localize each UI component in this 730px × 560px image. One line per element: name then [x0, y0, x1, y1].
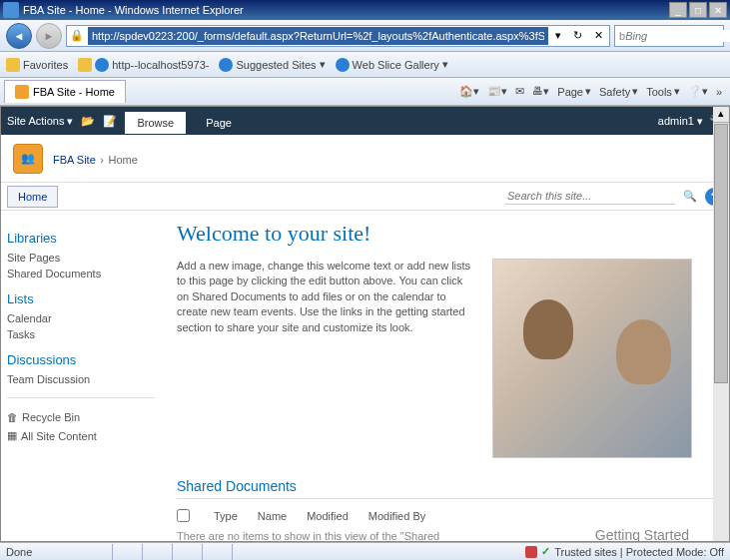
- security-shield-icon[interactable]: [525, 546, 537, 558]
- fav-link-3-label: Web Slice Gallery: [353, 59, 439, 71]
- main-body: Libraries Site Pages Shared Documents Li…: [1, 211, 729, 541]
- ie-app-icon: [3, 2, 19, 18]
- nav-all-site-content[interactable]: ▦ All Site Content: [7, 426, 155, 445]
- scroll-thumb[interactable]: [714, 124, 728, 383]
- empty-list-message: There are no items to show in this view …: [177, 526, 466, 542]
- recycle-icon: 🗑: [7, 411, 18, 423]
- home-cmd-button[interactable]: 🏠▾: [459, 85, 479, 98]
- browser-tab[interactable]: FBA Site - Home: [4, 80, 126, 103]
- navigate-up-button[interactable]: 📂: [81, 115, 95, 128]
- intro-text: Add a new image, change this welcome tex…: [177, 259, 476, 458]
- site-title-link[interactable]: FBA Site: [53, 154, 96, 166]
- browser-search-input[interactable]: [625, 30, 730, 42]
- nav-link-shared-documents[interactable]: Shared Documents: [7, 266, 155, 281]
- command-bar: 🏠▾ 📰▾ ✉ 🖶▾ Page ▾ Safety ▾ Tools ▾ ❔▾ »: [459, 85, 730, 98]
- status-cell: [142, 544, 172, 560]
- status-bar: Done ✓ Trusted sites | Protected Mode: O…: [0, 542, 730, 560]
- user-menu[interactable]: admin1 ▾: [658, 115, 703, 128]
- address-dropdown[interactable]: ▾: [549, 29, 567, 42]
- status-cell: [172, 544, 202, 560]
- browser-search-box[interactable]: b 🔍: [614, 25, 724, 47]
- favorites-button[interactable]: Favorites: [6, 58, 68, 72]
- hero-image: [492, 259, 692, 458]
- status-text: Done: [6, 546, 32, 558]
- status-cell: [202, 544, 232, 560]
- topnav-home[interactable]: Home: [7, 186, 58, 208]
- ie-icon: [95, 58, 109, 72]
- status-cell: [232, 544, 262, 560]
- browser-tab-row: FBA Site - Home 🏠▾ 📰▾ ✉ 🖶▾ Page ▾ Safety…: [0, 78, 730, 106]
- close-button[interactable]: ✕: [709, 2, 727, 18]
- fav-link-2[interactable]: Suggested Sites ▾: [219, 58, 325, 72]
- star-icon: [6, 58, 20, 72]
- getting-started-heading: Getting Started: [595, 527, 689, 542]
- forward-button[interactable]: ►: [36, 23, 62, 49]
- nav-link-site-pages[interactable]: Site Pages: [7, 250, 155, 266]
- col-name[interactable]: Name: [258, 510, 287, 522]
- page-icon: [15, 85, 29, 99]
- nav-all-content-label: All Site Content: [21, 430, 97, 442]
- fav-link-1-label: http--localhost5973-: [112, 59, 209, 71]
- fav-link-2-label: Suggested Sites: [236, 59, 316, 71]
- left-nav: Libraries Site Pages Shared Documents Li…: [1, 211, 161, 541]
- breadcrumb: FBA Site › Home: [53, 148, 138, 169]
- feeds-cmd-button[interactable]: 📰▾: [487, 85, 507, 98]
- ribbon-tab-page[interactable]: Page: [194, 112, 244, 134]
- help-cmd-button[interactable]: ❔▾: [688, 85, 708, 98]
- page-title: Welcome to your site!: [177, 221, 713, 247]
- stop-button[interactable]: ✕: [588, 29, 609, 42]
- maximize-button[interactable]: □: [689, 2, 707, 18]
- breadcrumb-sep: ›: [100, 154, 104, 166]
- favorites-label: Favorites: [23, 59, 68, 71]
- top-nav-bar: Home 🔍 ?: [1, 183, 729, 211]
- nav-link-calendar[interactable]: Calendar: [7, 310, 155, 326]
- nav-divider: [7, 397, 155, 398]
- page-viewport: Site Actions ▾ 📂 📝 Browse Page admin1 ▾ …: [0, 106, 730, 542]
- site-actions-menu[interactable]: Site Actions ▾: [7, 115, 73, 128]
- scroll-up-button[interactable]: ▴: [713, 107, 729, 123]
- print-cmd-button[interactable]: 🖶▾: [532, 85, 549, 98]
- nav-link-tasks[interactable]: Tasks: [7, 326, 155, 342]
- fav-link-3[interactable]: Web Slice Gallery ▾: [336, 58, 448, 72]
- nav-recycle-label: Recycle Bin: [22, 411, 80, 423]
- nav-heading-lists[interactable]: Lists: [7, 291, 155, 306]
- fav-link-1[interactable]: http--localhost5973-: [78, 58, 209, 72]
- security-zone-text[interactable]: Trusted sites | Protected Mode: Off: [554, 546, 724, 558]
- vertical-scrollbar[interactable]: ▴: [713, 107, 729, 541]
- star-icon: [78, 58, 92, 72]
- ie-icon: [219, 58, 233, 72]
- favorites-bar: Favorites http--localhost5973- Suggested…: [0, 52, 730, 78]
- site-search-input[interactable]: [505, 188, 675, 205]
- edit-page-button[interactable]: 📝: [103, 115, 117, 128]
- minimize-button[interactable]: _: [669, 2, 687, 18]
- tab-title: FBA Site - Home: [33, 86, 115, 98]
- safety-cmd-menu[interactable]: Safety ▾: [599, 85, 638, 98]
- site-logo-icon[interactable]: 👥: [13, 144, 43, 174]
- address-bar[interactable]: 🔒 ▾ ↻ ✕: [66, 25, 610, 47]
- refresh-button[interactable]: ↻: [567, 29, 588, 42]
- page-cmd-menu[interactable]: Page ▾: [557, 85, 591, 98]
- content-icon: ▦: [7, 429, 17, 442]
- page-content: Welcome to your site! Add a new image, c…: [161, 211, 729, 541]
- breadcrumb-current: Home: [108, 154, 137, 166]
- nav-recycle-bin[interactable]: 🗑 Recycle Bin: [7, 408, 155, 426]
- select-all-checkbox[interactable]: [177, 509, 190, 522]
- check-icon: ✓: [541, 545, 550, 558]
- address-input[interactable]: [88, 27, 548, 45]
- nav-link-team-discussion[interactable]: Team Discussion: [7, 371, 155, 387]
- tools-cmd-menu[interactable]: Tools ▾: [646, 85, 680, 98]
- doclist-header: Type Name Modified Modified By: [177, 505, 713, 526]
- mail-cmd-button[interactable]: ✉: [515, 85, 524, 98]
- col-modified[interactable]: Modified: [307, 510, 349, 522]
- browser-nav-toolbar: ◄ ► 🔒 ▾ ↻ ✕ b 🔍: [0, 20, 730, 52]
- site-actions-label: Site Actions: [7, 115, 64, 127]
- col-modified-by[interactable]: Modified By: [368, 510, 425, 522]
- ribbon-tab-browse[interactable]: Browse: [125, 112, 186, 134]
- col-type[interactable]: Type: [214, 510, 238, 522]
- sp-ribbon: Site Actions ▾ 📂 📝 Browse Page admin1 ▾ …: [1, 107, 729, 135]
- back-button[interactable]: ◄: [6, 23, 32, 49]
- nav-heading-libraries[interactable]: Libraries: [7, 231, 155, 246]
- more-cmd-button[interactable]: »: [716, 85, 722, 98]
- nav-heading-discussions[interactable]: Discussions: [7, 352, 155, 367]
- site-search-button[interactable]: 🔍: [683, 190, 697, 203]
